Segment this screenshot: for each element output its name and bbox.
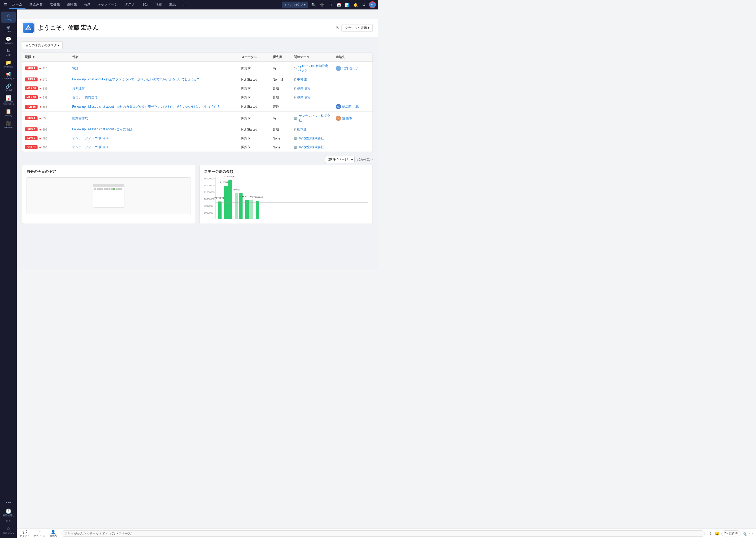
sidebar-item-social[interactable]: 🔗 Social bbox=[1, 82, 16, 93]
nav-campaigns[interactable]: キャンペーン bbox=[94, 1, 121, 9]
menu-icon[interactable]: ☰ bbox=[2, 3, 8, 7]
related-link-1[interactable]: Zylker CRM 初期設定バック bbox=[298, 64, 330, 73]
sidebar-item-marketing[interactable]: 📊 Marketing Automation bbox=[1, 94, 16, 107]
table-row: FEB 2 ◄ 396 Follow up : Missed chat abou… bbox=[22, 125, 372, 134]
sidebar-item-salesiq[interactable]: 💬 SalesIQ bbox=[1, 35, 16, 46]
nav-home[interactable]: ホーム bbox=[9, 1, 25, 9]
sidebar-item-crm[interactable]: ◉ CRM bbox=[1, 24, 16, 35]
col-related: 関連データ bbox=[291, 53, 333, 62]
task-id-2: 272 bbox=[42, 78, 47, 81]
overdue-icon-5: ◄ bbox=[39, 105, 41, 108]
sidebar-item-survey[interactable]: 📋 Survey bbox=[1, 107, 16, 119]
task-link-9[interactable]: オンボーディング2回目 ✏ bbox=[72, 145, 109, 149]
task-filter-button[interactable]: 自分の未完了のタスク ▾ bbox=[22, 41, 63, 49]
cell-deadline-6: FEB 8 ◄ 390 bbox=[22, 112, 70, 125]
nav-activities[interactable]: 活動 bbox=[152, 1, 165, 9]
sidebar-item-webinar[interactable]: 🎥 Webinar bbox=[1, 119, 16, 131]
cal-dot bbox=[106, 188, 108, 190]
y-label-5: 8000000 bbox=[204, 205, 214, 207]
related-link-3[interactable]: 蔵鋒 俊範 bbox=[297, 86, 310, 91]
task-id-6: 390 bbox=[42, 117, 47, 120]
task-link-8[interactable]: オンボーディング3回目 ✏ bbox=[72, 136, 109, 140]
related-link-6[interactable]: サフランネット株式会社 bbox=[299, 114, 330, 123]
bar-wrapper-5: ¥7,030,000 bbox=[256, 201, 260, 219]
cell-subject-4: セミナー案内送付 bbox=[70, 93, 239, 102]
nav-tasks[interactable]: タスク bbox=[121, 1, 138, 9]
cell-priority-7: 普通 bbox=[270, 125, 291, 134]
next-page-button[interactable]: › bbox=[371, 157, 373, 162]
col-contact: 連絡先 bbox=[333, 53, 372, 62]
col-deadline[interactable]: 期限 ▼ bbox=[22, 53, 70, 62]
related-link-2[interactable]: 中林 勉 bbox=[297, 77, 307, 82]
page-size-select[interactable]: 20 件 / ページ 50 件 / ページ bbox=[325, 156, 354, 163]
prev-page-button[interactable]: ‹ bbox=[357, 157, 358, 162]
reports-icon[interactable]: 📊 bbox=[344, 3, 350, 7]
task-table: 期限 ▼ 件名 ステータス 優先度 関連データ 連絡先 AUG 1 ◄ 216 … bbox=[22, 53, 373, 152]
related-link-8[interactable]: 鳥北建設株式会社 bbox=[299, 136, 324, 140]
task-link-6[interactable]: 提案書作成 bbox=[72, 116, 88, 121]
task-id-5: 383 bbox=[42, 105, 47, 108]
related-link-7[interactable]: 山本蓮 bbox=[297, 127, 307, 132]
contact-link-5[interactable]: 健二郎 川北 bbox=[342, 105, 358, 109]
nav-calendar[interactable]: 予定 bbox=[139, 1, 152, 9]
sidebar-item-campaigns[interactable]: 📢 Campaigns bbox=[1, 71, 16, 82]
task-id-7: 396 bbox=[42, 128, 47, 131]
chart-panel: ステージ別の金額 16000000 14000000 12000000 1000… bbox=[200, 165, 373, 224]
related-link-4[interactable]: 蔵鋒 俊範 bbox=[297, 95, 310, 100]
related-icon-7: © bbox=[294, 128, 296, 131]
cell-contact-7 bbox=[333, 125, 372, 134]
salesiq-icon: 💬 bbox=[6, 37, 11, 41]
task-link-7[interactable]: Follow up : Missed chat about - こんにちは bbox=[72, 127, 132, 132]
user-avatar[interactable]: 佐 bbox=[369, 1, 376, 8]
table-row: MAR 31 ◄ 339 セミナー案内送付 開始前 普通 © 蔵鋒 俊範 bbox=[22, 93, 372, 102]
contact-link-1[interactable]: 北野 喜代子 bbox=[342, 66, 358, 71]
cal-dot bbox=[99, 188, 101, 190]
nav-deals[interactable]: 商談 bbox=[80, 1, 94, 9]
nav-right-actions: すべてのタブ ▾ 🔍 ➕ ⊡ 📅 📊 🔔 ⚙ 佐 bbox=[282, 1, 376, 8]
cell-deadline-8: NOV 7 ◄ 483 bbox=[22, 134, 70, 143]
top-navigation: ☰ ホーム 見込み客 取引先 連絡先 商談 キャンペーン タスク 予定 活動 通… bbox=[0, 0, 378, 10]
cell-priority-9: None bbox=[270, 143, 291, 152]
bottom-section: 自分の今日の予定 bbox=[22, 165, 373, 228]
sidebar-desk-label: Desk bbox=[6, 54, 11, 56]
sidebar-item-desk[interactable]: 🖥 Desk bbox=[1, 47, 16, 58]
date-badge-2: JUN 6 bbox=[25, 78, 37, 81]
bar-group-1: ¥6,768,000 bbox=[218, 201, 221, 219]
related-link-9[interactable]: 鳥北建設株式会社 bbox=[299, 145, 324, 149]
task-link-3[interactable]: 資料送付 bbox=[72, 86, 85, 91]
cal-dot bbox=[104, 188, 106, 190]
sidebar-item-home[interactable]: ⌂ ホーム bbox=[1, 12, 16, 23]
home-icon: ⌂ bbox=[7, 13, 10, 18]
overdue-icon-1: ◄ bbox=[39, 67, 41, 70]
all-tabs-button[interactable]: すべてのタブ ▾ bbox=[282, 2, 308, 8]
bar-group-2: ¥12,750,009 ¥14,818,000 bbox=[224, 180, 232, 219]
notifications-icon[interactable]: 🔔 bbox=[352, 3, 358, 7]
cell-deadline-3: MAR 31 ◄ 339 bbox=[22, 84, 70, 93]
task-id-3: 339 bbox=[43, 87, 48, 90]
task-link-4[interactable]: セミナー案内送付 bbox=[72, 95, 97, 100]
settings-icon[interactable]: ⚙ bbox=[361, 3, 367, 7]
nav-contacts[interactable]: 連絡先 bbox=[64, 1, 80, 9]
calendar-mini bbox=[93, 184, 124, 207]
refresh-button[interactable]: ↻ bbox=[336, 26, 339, 30]
task-link-1[interactable]: 電話 bbox=[72, 66, 78, 71]
add-icon[interactable]: ➕ bbox=[319, 3, 325, 7]
cell-related-9: 🏢 鳥北建設株式会社 bbox=[291, 143, 333, 152]
cell-related-8: 🏢 鳥北建設株式会社 bbox=[291, 134, 333, 143]
cal-dot bbox=[111, 188, 113, 190]
y-axis: 16000000 14000000 12000000 10000000 8000… bbox=[204, 177, 215, 219]
calendar-icon[interactable]: 📅 bbox=[336, 3, 342, 7]
nav-calls[interactable]: 通話 bbox=[166, 1, 179, 9]
workflow-icon[interactable]: ⊡ bbox=[327, 3, 333, 7]
nav-leads[interactable]: 見込み客 bbox=[26, 1, 46, 9]
task-link-2[interactable]: Follow up : chat about - 料金プランについて一点伺いたい… bbox=[72, 77, 199, 82]
classic-view-button[interactable]: クラシック表示 ▾ bbox=[342, 24, 373, 32]
nav-more[interactable]: ... bbox=[179, 1, 189, 9]
contact-link-6[interactable]: 蓮 山本 bbox=[342, 116, 352, 121]
task-link-5[interactable]: Follow up : Missed chat about - 御社のカタログを… bbox=[72, 105, 219, 109]
sidebar-item-projects[interactable]: 📁 Projects bbox=[1, 59, 16, 70]
search-icon[interactable]: 🔍 bbox=[310, 3, 316, 7]
nav-accounts[interactable]: 取引先 bbox=[46, 1, 63, 9]
date-badge-7: FEB 2 bbox=[25, 128, 37, 131]
date-badge-8: NOV 7 bbox=[25, 136, 37, 140]
